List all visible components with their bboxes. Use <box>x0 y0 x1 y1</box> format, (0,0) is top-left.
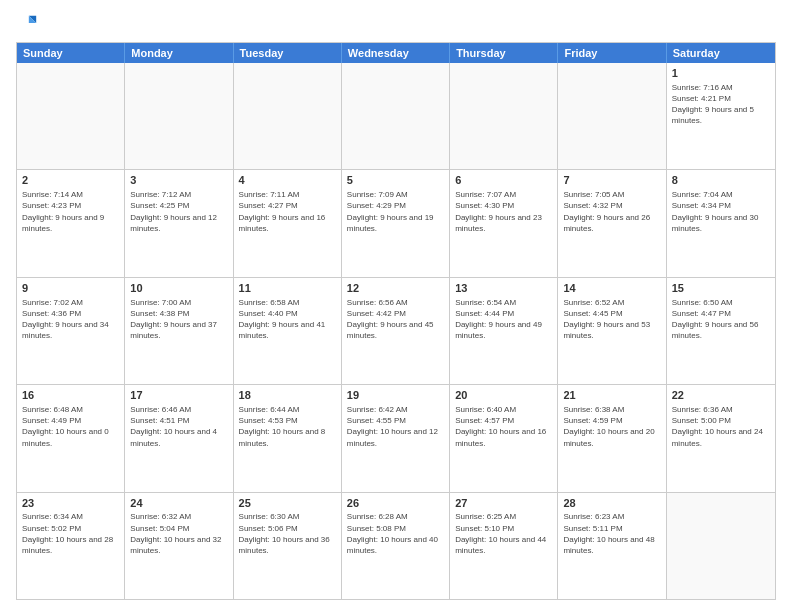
calendar-cell: 7Sunrise: 7:05 AM Sunset: 4:32 PM Daylig… <box>558 170 666 276</box>
day-number: 21 <box>563 388 660 403</box>
day-info: Sunrise: 6:56 AM Sunset: 4:42 PM Dayligh… <box>347 297 444 342</box>
calendar-cell <box>125 63 233 169</box>
calendar-row-2: 2Sunrise: 7:14 AM Sunset: 4:23 PM Daylig… <box>17 169 775 276</box>
day-info: Sunrise: 7:04 AM Sunset: 4:34 PM Dayligh… <box>672 189 770 234</box>
day-info: Sunrise: 6:38 AM Sunset: 4:59 PM Dayligh… <box>563 404 660 449</box>
calendar-row-5: 23Sunrise: 6:34 AM Sunset: 5:02 PM Dayli… <box>17 492 775 599</box>
calendar-cell: 24Sunrise: 6:32 AM Sunset: 5:04 PM Dayli… <box>125 493 233 599</box>
calendar-row-3: 9Sunrise: 7:02 AM Sunset: 4:36 PM Daylig… <box>17 277 775 384</box>
day-info: Sunrise: 7:07 AM Sunset: 4:30 PM Dayligh… <box>455 189 552 234</box>
day-info: Sunrise: 6:34 AM Sunset: 5:02 PM Dayligh… <box>22 511 119 556</box>
calendar-cell: 8Sunrise: 7:04 AM Sunset: 4:34 PM Daylig… <box>667 170 775 276</box>
day-info: Sunrise: 7:14 AM Sunset: 4:23 PM Dayligh… <box>22 189 119 234</box>
calendar-body: 1Sunrise: 7:16 AM Sunset: 4:21 PM Daylig… <box>17 63 775 599</box>
calendar-cell: 18Sunrise: 6:44 AM Sunset: 4:53 PM Dayli… <box>234 385 342 491</box>
calendar-cell: 26Sunrise: 6:28 AM Sunset: 5:08 PM Dayli… <box>342 493 450 599</box>
weekday-header-wednesday: Wednesday <box>342 43 450 63</box>
day-number: 17 <box>130 388 227 403</box>
logo <box>16 12 42 34</box>
day-number: 5 <box>347 173 444 188</box>
day-info: Sunrise: 7:02 AM Sunset: 4:36 PM Dayligh… <box>22 297 119 342</box>
day-number: 26 <box>347 496 444 511</box>
day-number: 18 <box>239 388 336 403</box>
day-info: Sunrise: 6:36 AM Sunset: 5:00 PM Dayligh… <box>672 404 770 449</box>
weekday-header-saturday: Saturday <box>667 43 775 63</box>
calendar-header: SundayMondayTuesdayWednesdayThursdayFrid… <box>17 43 775 63</box>
day-number: 11 <box>239 281 336 296</box>
weekday-header-thursday: Thursday <box>450 43 558 63</box>
day-info: Sunrise: 6:28 AM Sunset: 5:08 PM Dayligh… <box>347 511 444 556</box>
calendar-row-4: 16Sunrise: 6:48 AM Sunset: 4:49 PM Dayli… <box>17 384 775 491</box>
day-number: 27 <box>455 496 552 511</box>
day-info: Sunrise: 6:40 AM Sunset: 4:57 PM Dayligh… <box>455 404 552 449</box>
calendar-cell <box>667 493 775 599</box>
calendar-cell: 23Sunrise: 6:34 AM Sunset: 5:02 PM Dayli… <box>17 493 125 599</box>
calendar-cell: 16Sunrise: 6:48 AM Sunset: 4:49 PM Dayli… <box>17 385 125 491</box>
day-info: Sunrise: 6:48 AM Sunset: 4:49 PM Dayligh… <box>22 404 119 449</box>
day-info: Sunrise: 7:16 AM Sunset: 4:21 PM Dayligh… <box>672 82 770 127</box>
day-number: 25 <box>239 496 336 511</box>
day-info: Sunrise: 7:09 AM Sunset: 4:29 PM Dayligh… <box>347 189 444 234</box>
day-number: 23 <box>22 496 119 511</box>
calendar-cell: 5Sunrise: 7:09 AM Sunset: 4:29 PM Daylig… <box>342 170 450 276</box>
day-number: 24 <box>130 496 227 511</box>
calendar-cell: 25Sunrise: 6:30 AM Sunset: 5:06 PM Dayli… <box>234 493 342 599</box>
day-info: Sunrise: 6:25 AM Sunset: 5:10 PM Dayligh… <box>455 511 552 556</box>
day-info: Sunrise: 7:11 AM Sunset: 4:27 PM Dayligh… <box>239 189 336 234</box>
calendar-cell: 2Sunrise: 7:14 AM Sunset: 4:23 PM Daylig… <box>17 170 125 276</box>
calendar-cell: 10Sunrise: 7:00 AM Sunset: 4:38 PM Dayli… <box>125 278 233 384</box>
day-number: 20 <box>455 388 552 403</box>
day-info: Sunrise: 6:32 AM Sunset: 5:04 PM Dayligh… <box>130 511 227 556</box>
calendar-cell <box>558 63 666 169</box>
day-number: 22 <box>672 388 770 403</box>
weekday-header-tuesday: Tuesday <box>234 43 342 63</box>
day-info: Sunrise: 6:23 AM Sunset: 5:11 PM Dayligh… <box>563 511 660 556</box>
day-number: 12 <box>347 281 444 296</box>
weekday-header-friday: Friday <box>558 43 666 63</box>
calendar-cell: 11Sunrise: 6:58 AM Sunset: 4:40 PM Dayli… <box>234 278 342 384</box>
calendar-cell: 4Sunrise: 7:11 AM Sunset: 4:27 PM Daylig… <box>234 170 342 276</box>
day-info: Sunrise: 6:44 AM Sunset: 4:53 PM Dayligh… <box>239 404 336 449</box>
calendar-cell: 13Sunrise: 6:54 AM Sunset: 4:44 PM Dayli… <box>450 278 558 384</box>
day-number: 10 <box>130 281 227 296</box>
day-number: 9 <box>22 281 119 296</box>
day-info: Sunrise: 7:12 AM Sunset: 4:25 PM Dayligh… <box>130 189 227 234</box>
calendar-cell: 15Sunrise: 6:50 AM Sunset: 4:47 PM Dayli… <box>667 278 775 384</box>
day-number: 7 <box>563 173 660 188</box>
calendar-cell: 22Sunrise: 6:36 AM Sunset: 5:00 PM Dayli… <box>667 385 775 491</box>
calendar-cell <box>234 63 342 169</box>
calendar-cell: 6Sunrise: 7:07 AM Sunset: 4:30 PM Daylig… <box>450 170 558 276</box>
calendar-cell: 9Sunrise: 7:02 AM Sunset: 4:36 PM Daylig… <box>17 278 125 384</box>
day-info: Sunrise: 7:05 AM Sunset: 4:32 PM Dayligh… <box>563 189 660 234</box>
calendar-cell: 1Sunrise: 7:16 AM Sunset: 4:21 PM Daylig… <box>667 63 775 169</box>
day-number: 1 <box>672 66 770 81</box>
calendar-cell: 27Sunrise: 6:25 AM Sunset: 5:10 PM Dayli… <box>450 493 558 599</box>
day-number: 13 <box>455 281 552 296</box>
calendar-row-1: 1Sunrise: 7:16 AM Sunset: 4:21 PM Daylig… <box>17 63 775 169</box>
calendar-cell: 17Sunrise: 6:46 AM Sunset: 4:51 PM Dayli… <box>125 385 233 491</box>
calendar-cell: 3Sunrise: 7:12 AM Sunset: 4:25 PM Daylig… <box>125 170 233 276</box>
day-number: 6 <box>455 173 552 188</box>
calendar-cell: 19Sunrise: 6:42 AM Sunset: 4:55 PM Dayli… <box>342 385 450 491</box>
day-number: 15 <box>672 281 770 296</box>
calendar-cell <box>450 63 558 169</box>
calendar-cell: 21Sunrise: 6:38 AM Sunset: 4:59 PM Dayli… <box>558 385 666 491</box>
calendar-cell: 20Sunrise: 6:40 AM Sunset: 4:57 PM Dayli… <box>450 385 558 491</box>
header <box>16 12 776 34</box>
page: SundayMondayTuesdayWednesdayThursdayFrid… <box>0 0 792 612</box>
calendar-cell: 28Sunrise: 6:23 AM Sunset: 5:11 PM Dayli… <box>558 493 666 599</box>
calendar-cell <box>342 63 450 169</box>
calendar: SundayMondayTuesdayWednesdayThursdayFrid… <box>16 42 776 600</box>
calendar-cell: 14Sunrise: 6:52 AM Sunset: 4:45 PM Dayli… <box>558 278 666 384</box>
weekday-header-monday: Monday <box>125 43 233 63</box>
day-number: 28 <box>563 496 660 511</box>
calendar-cell: 12Sunrise: 6:56 AM Sunset: 4:42 PM Dayli… <box>342 278 450 384</box>
day-info: Sunrise: 6:30 AM Sunset: 5:06 PM Dayligh… <box>239 511 336 556</box>
day-number: 2 <box>22 173 119 188</box>
weekday-header-sunday: Sunday <box>17 43 125 63</box>
day-number: 16 <box>22 388 119 403</box>
day-number: 19 <box>347 388 444 403</box>
day-info: Sunrise: 6:52 AM Sunset: 4:45 PM Dayligh… <box>563 297 660 342</box>
day-info: Sunrise: 6:54 AM Sunset: 4:44 PM Dayligh… <box>455 297 552 342</box>
calendar-cell <box>17 63 125 169</box>
